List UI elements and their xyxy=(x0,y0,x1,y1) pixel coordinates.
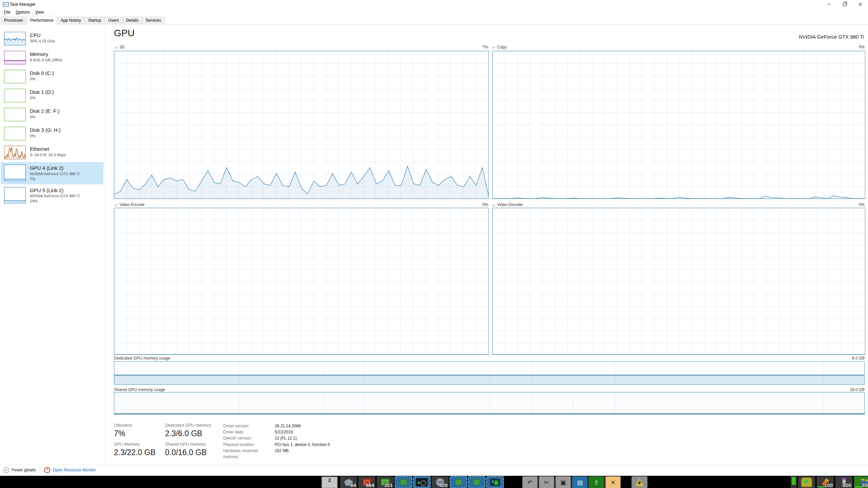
chart-label-copy: Copy xyxy=(497,45,507,49)
sidebar-item-ethernet[interactable]: EthernetS: 24.0 R: 16.0 Kbps xyxy=(1,143,103,162)
item-count: 100 xyxy=(824,483,833,488)
cut-button[interactable]: ✂ xyxy=(539,476,554,488)
copy-paste-icon: ▣ xyxy=(560,479,566,486)
hotbar-page-button[interactable]: 2 xyxy=(321,476,338,488)
tab-details[interactable]: Details xyxy=(123,17,142,24)
sidebar-thumb-disk3 xyxy=(4,127,26,140)
dedicated-memory-chart[interactable] xyxy=(114,361,865,385)
hotbar-slot-construction-robot[interactable]: 84 xyxy=(340,476,357,488)
shared-memory-scale: 16.0 GB xyxy=(850,387,865,392)
stat-value-shared-memory: 0.0/16.0 GB xyxy=(165,448,211,457)
kv-value-physical-location: PCI bus 1, device 0, function 0 xyxy=(275,442,330,448)
sidebar-item-text: CPU36% 4.23 GHz xyxy=(30,32,55,44)
chart-label-video-encode: Video Encode xyxy=(119,202,145,207)
stat-value-utilization: 7% xyxy=(114,429,156,438)
fewer-details-label: Fewer details xyxy=(12,468,36,472)
kv-key-directx-version: DirectX version: xyxy=(223,435,275,441)
dedicated-memory-scale: 6.0 GB xyxy=(852,356,865,361)
sidebar-item-memory[interactable]: Memory8.9/31.9 GB (28%) xyxy=(1,48,103,67)
kv-value-driver-version: 26.21.14.3086 xyxy=(275,423,301,429)
chart-label-video-decode: Video Decode xyxy=(497,202,522,207)
chevron-down-icon[interactable] xyxy=(115,203,118,206)
sidebar-item-title: GPU 4 (Link 2) xyxy=(30,165,80,171)
tab-bar: Processes Performance App history Startu… xyxy=(0,16,868,24)
hotbar-slot-blueprint-green-circuit[interactable] xyxy=(450,476,467,488)
close-button[interactable] xyxy=(852,0,868,8)
chart-copy[interactable] xyxy=(492,51,865,199)
sidebar-item-subtitle: 8.9/31.9 GB (28%) xyxy=(30,58,62,63)
tab-startup[interactable]: Startup xyxy=(85,17,105,24)
sidebar-item-subtitle: 0% xyxy=(30,134,61,139)
sidebar-item-title: CPU xyxy=(30,32,55,39)
status-slot-rocket[interactable]: 200 xyxy=(835,476,853,488)
chart-header-video-encode: Video Encode 0% xyxy=(115,202,488,207)
chart-label-3d: 3D xyxy=(119,45,124,49)
tab-users[interactable]: Users xyxy=(105,17,122,24)
gpu-stats: Utilization 7% GPU Memory 2.3/22.0 GB De… xyxy=(114,423,330,461)
chart-3d[interactable] xyxy=(114,51,489,199)
tab-processes[interactable]: Processes xyxy=(1,17,26,24)
shared-memory-chart[interactable] xyxy=(114,392,865,414)
blueprint-tool-button[interactable]: ▤ xyxy=(572,476,588,488)
hotbar-slot-blueprint-green-circuit[interactable] xyxy=(468,476,486,488)
sidebar-item-gpu5[interactable]: GPU 5 (Link 2)NVIDIA GeForce GTX 980 Ti1… xyxy=(1,184,103,207)
sidebar-item-subtitle: 7% xyxy=(30,177,80,182)
tab-performance[interactable]: Performance xyxy=(27,16,57,24)
upgrade-planner-button[interactable]: ⇧ xyxy=(589,476,604,488)
sidebar-thumb-gpu5 xyxy=(4,187,26,203)
chart-header-video-decode: Video Decode 0% xyxy=(492,202,865,207)
sidebar-item-disk1[interactable]: Disk 1 (D:)0% xyxy=(1,86,103,105)
hotbar-slot-blueprint-green-circuit[interactable] xyxy=(395,476,412,488)
chart-value-video-decode: 0% xyxy=(859,202,865,207)
stat-label-shared-memory: Shared GPU memory xyxy=(165,442,211,447)
sidebar-item-title: Disk 2 (E: F:) xyxy=(30,108,60,115)
deconstruction-planner-icon: ✕ xyxy=(610,479,615,486)
sidebar-thumb-disk0 xyxy=(4,70,26,83)
hotbar-slot-storage-tank[interactable]: 400 xyxy=(431,476,449,488)
sidebar-item-disk3[interactable]: Disk 3 (G: H:)0% xyxy=(1,124,103,143)
alerts-button[interactable] xyxy=(631,476,648,488)
status-slot-ammo-magazine[interactable]: 100 xyxy=(816,476,834,488)
status-slot-armor[interactable] xyxy=(798,476,815,488)
sidebar-item-gpu4[interactable]: GPU 4 (Link 2)NVIDIA GeForce GTX 980 Ti7… xyxy=(1,162,103,184)
restore-button[interactable] xyxy=(837,0,852,8)
undo-button[interactable]: ↶ xyxy=(522,476,538,488)
resource-monitor-icon xyxy=(44,467,50,473)
menu-item-file[interactable]: File xyxy=(1,9,13,15)
chart-video-encode[interactable] xyxy=(114,208,489,355)
hotbar-slot-green-circuit[interactable]: 301 xyxy=(376,476,394,488)
kv-value-driver-date: 5/22/2019 xyxy=(275,429,293,435)
minimize-button[interactable] xyxy=(821,0,837,8)
hotbar-slot-red-circuit[interactable]: 884 xyxy=(358,476,376,488)
tab-app-history[interactable]: App history xyxy=(57,17,84,24)
hotbar-tools-panel: ↶✂▣▤⇧✕ xyxy=(522,476,621,488)
deconstruction-planner-button[interactable]: ✕ xyxy=(605,476,621,488)
sidebar-item-text: Memory8.9/31.9 GB (28%) xyxy=(30,51,62,63)
upgrade-planner-icon: ⇧ xyxy=(594,479,599,486)
menu-item-view[interactable]: View xyxy=(33,9,47,15)
blueprint-dark-icon xyxy=(416,478,428,486)
sidebar-item-cpu[interactable]: CPU36% 4.23 GHz xyxy=(1,29,103,48)
hotbar-slot-blueprint-dark[interactable] xyxy=(413,476,431,488)
status-slot-shotgun-shells[interactable]: 200 xyxy=(854,476,868,488)
tab-services[interactable]: Services xyxy=(142,17,165,24)
hotbar-slot-blueprint-mixed[interactable] xyxy=(486,476,504,488)
open-resource-monitor-link[interactable]: Open Resource Monitor xyxy=(44,467,96,473)
sidebar-item-disk2[interactable]: Disk 2 (E: F:)0% xyxy=(1,105,103,124)
dedicated-memory-label: Dedicated GPU memory usage xyxy=(114,356,170,361)
copy-paste-button[interactable]: ▣ xyxy=(555,476,571,488)
footer-bar: Fewer details Open Resource Monitor xyxy=(0,464,868,476)
cut-icon: ✂ xyxy=(544,479,549,486)
sidebar-item-disk0[interactable]: Disk 0 (C:)0% xyxy=(1,67,103,86)
memory-usage-fill xyxy=(114,413,864,414)
chevron-down-icon[interactable] xyxy=(492,203,496,206)
page-title: GPU xyxy=(114,28,135,39)
chart-video-decode[interactable] xyxy=(492,208,865,355)
menu-item-options[interactable]: Options xyxy=(13,9,32,15)
chevron-down-icon[interactable] xyxy=(492,46,496,49)
fewer-details-button[interactable]: Fewer details xyxy=(3,467,36,473)
health-bar xyxy=(791,476,797,488)
sidebar-item-text: Disk 3 (G: H:)0% xyxy=(30,127,61,139)
item-count: 84 xyxy=(350,483,356,488)
chevron-down-icon[interactable] xyxy=(115,46,118,49)
